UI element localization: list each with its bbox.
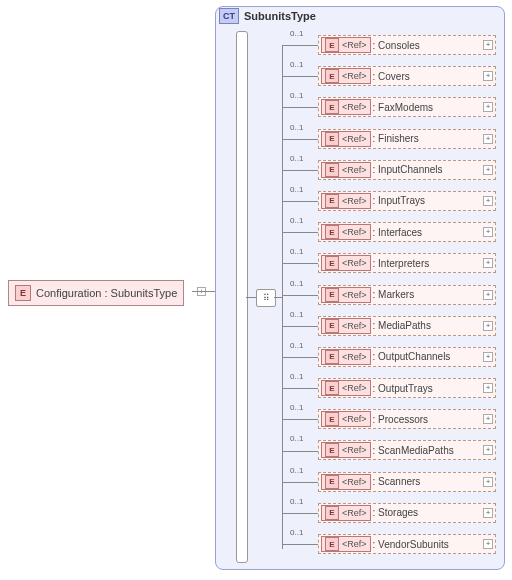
connector-line — [282, 326, 318, 327]
expand-icon[interactable]: + — [483, 165, 493, 175]
element-ref-card[interactable]: E<Ref> : ScanMediaPaths+ — [318, 440, 496, 460]
element-type-name: : Scanners — [373, 476, 421, 487]
ref-box: E<Ref> — [321, 380, 371, 396]
element-type-name: : ScanMediaPaths — [373, 445, 454, 456]
ref-label: <Ref> — [342, 508, 367, 518]
ref-label: <Ref> — [342, 352, 367, 362]
expand-icon[interactable]: + — [483, 227, 493, 237]
ref-box: E<Ref> — [321, 99, 371, 115]
expand-icon[interactable]: + — [483, 134, 493, 144]
ref-label: <Ref> — [342, 134, 367, 144]
connector-line — [282, 263, 318, 264]
child-element-row: 0..1E<Ref> : Scanners+ — [312, 466, 502, 497]
ref-box: E<Ref> — [321, 349, 371, 365]
occurrence-label: 0..1 — [290, 310, 303, 319]
child-element-row: 0..1E<Ref> : ScanMediaPaths+ — [312, 434, 502, 465]
ref-box: E<Ref> — [321, 68, 371, 84]
element-ref-card[interactable]: E<Ref> : MediaPaths+ — [318, 316, 496, 336]
element-type-name: : FaxModems — [373, 102, 434, 113]
child-element-row: 0..1E<Ref> : MediaPaths+ — [312, 310, 502, 341]
ref-label: <Ref> — [342, 71, 367, 81]
expand-icon[interactable]: + — [483, 71, 493, 81]
complex-type-title: SubunitsType — [244, 10, 316, 22]
ref-label: <Ref> — [342, 414, 367, 424]
expand-icon[interactable]: + — [483, 258, 493, 268]
element-badge-icon: E — [325, 256, 339, 270]
occurrence-label: 0..1 — [290, 403, 303, 412]
ref-box: E<Ref> — [321, 536, 371, 552]
element-ref-card[interactable]: E<Ref> : InputChannels+ — [318, 160, 496, 180]
expand-icon[interactable]: + — [483, 508, 493, 518]
occurrence-label: 0..1 — [290, 466, 303, 475]
occurrence-label: 0..1 — [290, 123, 303, 132]
ref-label: <Ref> — [342, 102, 367, 112]
element-badge-icon: E — [15, 285, 31, 301]
occurrence-label: 0..1 — [290, 372, 303, 381]
element-ref-card[interactable]: E<Ref> : Consoles+ — [318, 35, 496, 55]
element-type-name: : Markers — [373, 289, 415, 300]
element-badge-icon: E — [325, 163, 339, 177]
ref-label: <Ref> — [342, 321, 367, 331]
child-element-row: 0..1E<Ref> : OutputTrays+ — [312, 372, 502, 403]
occurrence-label: 0..1 — [290, 185, 303, 194]
connector-line — [192, 291, 215, 292]
element-ref-card[interactable]: E<Ref> : Interpreters+ — [318, 253, 496, 273]
element-badge-icon: E — [325, 443, 339, 457]
element-badge-icon: E — [325, 288, 339, 302]
element-ref-card[interactable]: E<Ref> : Interfaces+ — [318, 222, 496, 242]
expand-icon[interactable]: + — [483, 290, 493, 300]
element-ref-card[interactable]: E<Ref> : Markers+ — [318, 285, 496, 305]
ref-label: <Ref> — [342, 539, 367, 549]
connector-line — [282, 451, 318, 452]
element-badge-icon: E — [325, 506, 339, 520]
element-ref-card[interactable]: E<Ref> : OutputChannels+ — [318, 347, 496, 367]
ref-box: E<Ref> — [321, 224, 371, 240]
ref-box: E<Ref> — [321, 193, 371, 209]
expand-icon[interactable]: + — [483, 383, 493, 393]
ref-box: E<Ref> — [321, 162, 371, 178]
child-element-row: 0..1E<Ref> : FaxModems+ — [312, 91, 502, 122]
element-ref-card[interactable]: E<Ref> : Finishers+ — [318, 129, 496, 149]
occurrence-label: 0..1 — [290, 341, 303, 350]
element-ref-card[interactable]: E<Ref> : OutputTrays+ — [318, 378, 496, 398]
child-element-row: 0..1E<Ref> : Storages+ — [312, 497, 502, 528]
element-type-name: : Finishers — [373, 133, 419, 144]
expand-icon[interactable]: + — [483, 477, 493, 487]
expand-icon[interactable]: + — [483, 539, 493, 549]
expand-icon[interactable]: + — [483, 445, 493, 455]
occurrence-label: 0..1 — [290, 434, 303, 443]
element-type-name: : Interfaces — [373, 227, 422, 238]
occurrence-label: 0..1 — [290, 154, 303, 163]
expand-icon[interactable]: + — [483, 40, 493, 50]
connector-line — [282, 76, 318, 77]
element-badge-icon: E — [325, 381, 339, 395]
connector-line — [282, 513, 318, 514]
ref-label: <Ref> — [342, 477, 367, 487]
complex-type-header: CT SubunitsType — [215, 6, 324, 26]
element-ref-card[interactable]: E<Ref> : Storages+ — [318, 503, 496, 523]
element-ref-card[interactable]: E<Ref> : FaxModems+ — [318, 97, 496, 117]
expand-icon[interactable]: + — [483, 102, 493, 112]
element-type-name: : InputTrays — [373, 195, 425, 206]
expand-icon[interactable]: + — [483, 414, 493, 424]
element-ref-card[interactable]: E<Ref> : Processors+ — [318, 409, 496, 429]
expand-icon[interactable]: + — [483, 196, 493, 206]
element-badge-icon: E — [325, 132, 339, 146]
ref-box: E<Ref> — [321, 442, 371, 458]
element-type-name: : VendorSubunits — [373, 539, 449, 550]
element-badge-icon: E — [325, 38, 339, 52]
child-element-row: 0..1E<Ref> : Interpreters+ — [312, 247, 502, 278]
root-element-label: Configuration : SubunitsType — [36, 287, 177, 299]
root-element[interactable]: E Configuration : SubunitsType — [8, 280, 184, 306]
element-ref-card[interactable]: E<Ref> : InputTrays+ — [318, 191, 496, 211]
element-ref-card[interactable]: E<Ref> : Covers+ — [318, 66, 496, 86]
expand-icon[interactable]: + — [483, 352, 493, 362]
ref-box: E<Ref> — [321, 411, 371, 427]
element-ref-card[interactable]: E<Ref> : VendorSubunits+ — [318, 534, 496, 554]
expand-icon[interactable]: + — [483, 321, 493, 331]
connector-line — [282, 201, 318, 202]
ref-box: E<Ref> — [321, 318, 371, 334]
element-ref-card[interactable]: E<Ref> : Scanners+ — [318, 472, 496, 492]
connector-line — [282, 388, 318, 389]
element-type-name: : Covers — [373, 71, 410, 82]
